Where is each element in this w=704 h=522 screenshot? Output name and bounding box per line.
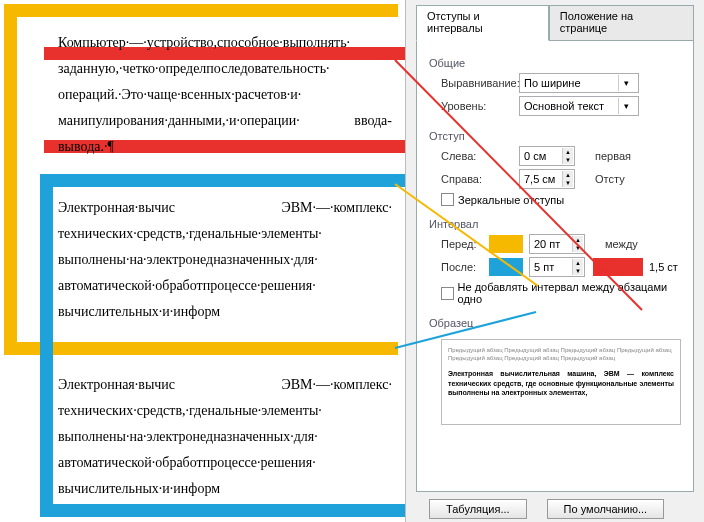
- first-by-label: Отсту: [595, 173, 625, 185]
- tab-position[interactable]: Положение на странице: [549, 5, 694, 41]
- dialog-buttons: Табуляция... По умолчанию...: [417, 499, 693, 519]
- checkbox-icon: [441, 287, 454, 300]
- no-space-label: Не добавлять интервал между абзацами одн…: [458, 281, 685, 305]
- first-line-label: первая: [595, 150, 631, 162]
- level-label: Уровень:: [429, 100, 519, 112]
- level-value: Основной текст: [524, 100, 604, 112]
- default-button[interactable]: По умолчанию...: [547, 499, 665, 519]
- linespacing-label: между: [605, 238, 638, 250]
- paragraph-dialog: Отступы и интервалы Положение на страниц…: [405, 0, 704, 522]
- highlight-swatch-red: [593, 258, 643, 276]
- group-indent-title: Отступ: [429, 130, 685, 142]
- indent-right-label: Справа:: [429, 173, 519, 185]
- indent-left-spinner[interactable]: 0 см ▲▼: [519, 146, 575, 166]
- group-interval-title: Интервал: [429, 218, 685, 230]
- chevron-down-icon: [618, 98, 634, 114]
- before-spinner[interactable]: 20 пт ▲▼: [529, 234, 585, 254]
- after-label: После:: [429, 261, 489, 273]
- alignment-combo[interactable]: По ширине: [519, 73, 639, 93]
- indent-left-label: Слева:: [429, 150, 519, 162]
- no-space-checkbox[interactable]: Не добавлять интервал между абзацами одн…: [441, 281, 685, 305]
- after-spinner[interactable]: 5 пт ▲▼: [529, 257, 585, 277]
- preview-gray1: Предыдущий абзац Предыдущий абзац Предыд…: [448, 346, 674, 363]
- level-combo[interactable]: Основной текст: [519, 96, 639, 116]
- spinner-arrows-icon: ▲▼: [562, 171, 573, 187]
- tab-strip: Отступы и интервалы Положение на страниц…: [406, 0, 704, 40]
- mirror-label: Зеркальные отступы: [458, 194, 564, 206]
- indent-right-spinner[interactable]: 7,5 см ▲▼: [519, 169, 575, 189]
- highlight-swatch-yellow: [489, 235, 523, 253]
- mirror-checkbox[interactable]: Зеркальные отступы: [441, 193, 685, 206]
- spinner-arrows-icon: ▲▼: [572, 236, 583, 252]
- preview-box: Предыдущий абзац Предыдущий абзац Предыд…: [441, 339, 681, 425]
- checkbox-icon: [441, 193, 454, 206]
- indent-right-value: 7,5 см: [524, 173, 555, 185]
- highlight-swatch-blue: [489, 258, 523, 276]
- paragraph-3[interactable]: Электронная·вычис ЭВМ·—·комплекс· технич…: [58, 372, 392, 502]
- alignment-value: По ширине: [524, 77, 581, 89]
- document-area: Компьютер·—·устройство,способное·выполня…: [0, 0, 403, 522]
- group-common-title: Общие: [429, 57, 685, 69]
- tab-indents[interactable]: Отступы и интервалы: [416, 5, 549, 41]
- tab-panel: Общие Выравнивание: По ширине Уровень: О…: [416, 40, 694, 492]
- after-value: 5 пт: [534, 261, 554, 273]
- paragraph-1[interactable]: Компьютер·—·устройство,способное·выполня…: [58, 30, 392, 160]
- linespacing-value: 1,5 ст: [649, 261, 678, 273]
- before-label: Перед:: [429, 238, 489, 250]
- preview-bold: Электронная вычислительная машина, ЭВМ —…: [448, 369, 674, 398]
- paragraph-2[interactable]: Электронная·вычис ЭВМ·—·комплекс· технич…: [58, 195, 392, 325]
- alignment-label: Выравнивание:: [429, 77, 519, 89]
- spinner-arrows-icon: ▲▼: [572, 259, 583, 275]
- group-sample-title: Образец: [429, 317, 685, 329]
- tabs-button[interactable]: Табуляция...: [429, 499, 527, 519]
- before-value: 20 пт: [534, 238, 560, 250]
- spinner-arrows-icon: ▲▼: [562, 148, 573, 164]
- chevron-down-icon: [618, 75, 634, 91]
- indent-left-value: 0 см: [524, 150, 546, 162]
